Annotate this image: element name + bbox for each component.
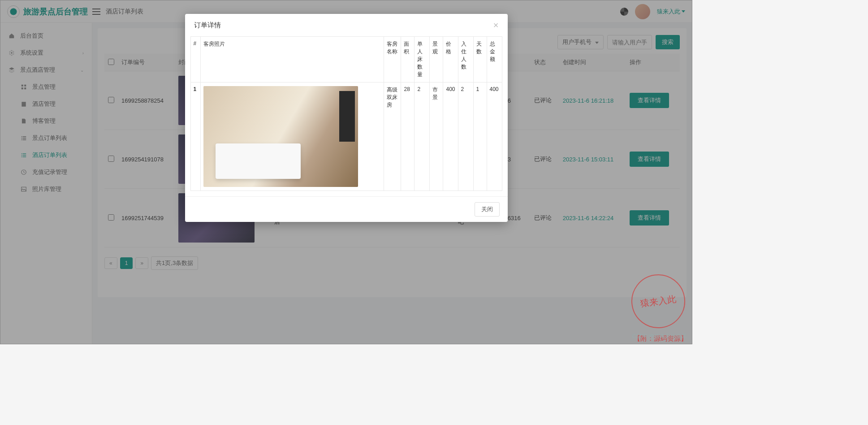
dcol-price: 价格 <box>443 37 458 82</box>
dcol-photo: 客房照片 <box>200 37 384 82</box>
d-name: 高级双床房 <box>384 82 401 191</box>
order-detail-modal: 订单详情 × # 客房照片 客房名称 面积 单人床数量 景观 价格 入住人数 天… <box>185 14 508 222</box>
detail-row: 1 高级双床房 28 2 市景 400 2 1 400 <box>190 82 502 191</box>
dcol-view: 景观 <box>430 37 443 82</box>
dcol-days: 天数 <box>473 37 487 82</box>
d-idx: 1 <box>190 82 200 191</box>
close-icon[interactable]: × <box>493 21 499 30</box>
dcol-name: 客房名称 <box>384 37 401 82</box>
dcol-beds: 单人床数量 <box>415 37 430 82</box>
d-days: 1 <box>473 82 487 191</box>
room-photo <box>203 86 358 187</box>
d-photo-cell <box>200 82 384 191</box>
modal-title: 订单详情 <box>194 21 221 30</box>
dcol-idx: # <box>190 37 200 82</box>
d-total: 400 <box>487 82 502 191</box>
dcol-guests: 入住人数 <box>458 37 473 82</box>
d-beds: 2 <box>415 82 430 191</box>
d-view: 市景 <box>430 82 443 191</box>
detail-table: # 客房照片 客房名称 面积 单人床数量 景观 价格 入住人数 天数 总金额 1… <box>190 36 502 191</box>
modal-close-button[interactable]: 关闭 <box>475 202 500 217</box>
dcol-area: 面积 <box>401 37 415 82</box>
d-guests: 2 <box>458 82 473 191</box>
d-area: 28 <box>401 82 415 191</box>
d-price: 400 <box>443 82 458 191</box>
dcol-total: 总金额 <box>487 37 502 82</box>
